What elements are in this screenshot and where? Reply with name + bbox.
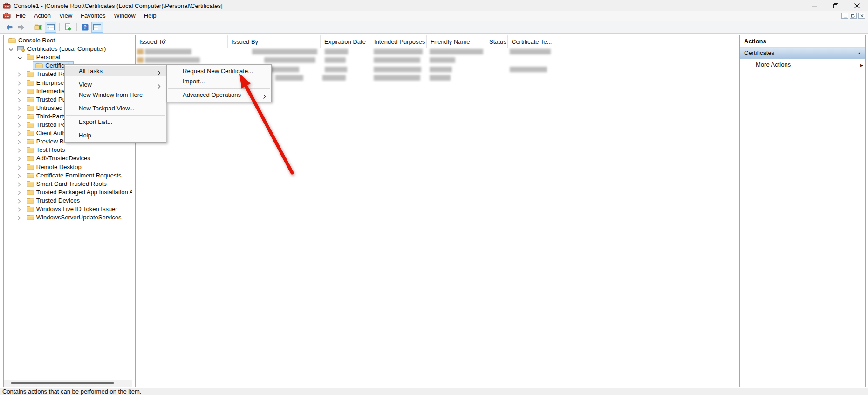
menu-separator (168, 88, 270, 89)
tree-item-smart-card-trusted-roots[interactable]: Smart Card Trusted Roots (4, 180, 132, 188)
mmc-child-icon (3, 11, 11, 21)
column-header-issued-by[interactable]: Issued By (228, 35, 321, 48)
menubar-item-help[interactable]: Help (140, 11, 161, 21)
tree-item-label: Personal (36, 53, 60, 61)
redacted-cell-text (325, 67, 347, 72)
tree-item-label: AdfsTrustedDevices (36, 154, 90, 163)
export-list-button[interactable] (62, 22, 74, 33)
tree-item-windowsserverupdateservices[interactable]: WindowsServerUpdateServices (4, 213, 132, 222)
context-menu: All TasksViewNew Window from HereNew Tas… (64, 64, 166, 143)
tree-item-label: Console Root (18, 36, 55, 45)
context-menu-item-new-taskpad-view[interactable]: New Taskpad View... (65, 103, 166, 114)
column-header-friendly-name[interactable]: Friendly Name (427, 35, 485, 48)
submenu-item-import[interactable]: Import... (167, 76, 271, 87)
menubar-item-action[interactable]: Action (30, 11, 55, 21)
tree-item-label: Certificate Enrollment Requests (36, 171, 122, 180)
tree-item-personal[interactable]: Personal (4, 53, 132, 61)
context-menu-item-export-list[interactable]: Export List... (65, 117, 166, 127)
show-console-tree-button[interactable] (45, 22, 56, 33)
more-actions-item[interactable]: More Actions ▶ (740, 59, 865, 70)
tree-item-adfstrusteddevices[interactable]: AdfsTrustedDevices (4, 154, 132, 163)
menubar-item-file[interactable]: File (12, 11, 30, 21)
redacted-cell-text (374, 57, 420, 63)
child-restore-button[interactable] (850, 13, 857, 19)
actions-group-certificates[interactable]: Certificates ▲ (740, 48, 865, 59)
actions-pane: Actions Certificates ▲ More Actions ▶ (739, 35, 866, 387)
context-menu-item-new-window-from-here[interactable]: New Window from Here (65, 90, 166, 100)
title-bar: Console1 - [Console Root\Certificates (L… (0, 0, 868, 11)
redacted-cell-text (430, 49, 483, 54)
submenu-item-advanced-operations[interactable]: Advanced Operations (167, 90, 271, 100)
child-minimize-button[interactable] (841, 13, 848, 19)
column-header-intended-purposes[interactable]: Intended Purposes (370, 35, 427, 48)
list-header: Issued ToIssued ByExpiration DateIntende… (136, 35, 736, 48)
column-label: Issued By (232, 38, 258, 45)
child-close-button[interactable] (858, 13, 865, 19)
menu-item-label: All Tasks (79, 68, 103, 75)
help-button[interactable]: ? (79, 22, 91, 33)
certificate-row[interactable] (136, 57, 736, 65)
menu-item-label: View (79, 81, 92, 88)
redacted-cell-text (374, 67, 421, 72)
svg-text:?: ? (83, 24, 86, 30)
tree-item-trusted-packaged-app-installation-authorities[interactable]: Trusted Packaged App Installation Author… (4, 188, 132, 197)
context-menu-item-view[interactable]: View (65, 80, 166, 90)
mmc-window: Console1 - [Console Root\Certificates (L… (0, 0, 868, 395)
menu-item-label: Export List... (79, 118, 112, 125)
tree-item-console-root[interactable]: Console Root (4, 36, 132, 45)
back-button[interactable] (3, 22, 15, 33)
menubar-item-window[interactable]: Window (110, 11, 140, 21)
tree-item-label: Windows Live ID Token Issuer (36, 205, 117, 213)
actions-group-label: Certificates (744, 49, 774, 56)
tree-item-label: Smart Card Trusted Roots (36, 180, 107, 188)
tree-item-label: Trusted Packaged App Installation Author… (36, 188, 132, 197)
toolbar-separator (59, 23, 60, 31)
redacted-cell-text (430, 67, 452, 72)
tree-item-test-roots[interactable]: Test Roots (4, 146, 132, 154)
forward-button[interactable] (15, 22, 27, 33)
up-one-level-button[interactable] (33, 22, 44, 33)
redacted-cell-text (374, 75, 420, 81)
column-label: Status (489, 38, 506, 45)
column-header-status[interactable]: Status (485, 35, 508, 48)
tree-item-windows-live-id-token-issuer[interactable]: Windows Live ID Token Issuer (4, 205, 132, 213)
tree-item-trusted-devices[interactable]: Trusted Devices (4, 197, 132, 205)
minimize-button[interactable] (803, 0, 825, 11)
redacted-cell-text (374, 49, 423, 54)
menu-item-label: Import... (183, 78, 205, 85)
close-button[interactable] (846, 0, 868, 11)
status-bar: Contains actions that can be performed o… (0, 388, 868, 395)
redacted-cell-text (510, 67, 547, 72)
toolbar-separator (76, 23, 77, 31)
collapse-group-icon[interactable]: ▲ (857, 48, 861, 59)
restore-button[interactable] (825, 0, 846, 11)
column-header-certificate-te[interactable]: Certificate Te... (508, 35, 554, 48)
context-menu-item-all-tasks[interactable]: All Tasks (65, 66, 166, 76)
show-action-pane-button[interactable] (91, 22, 103, 33)
menu-bar: FileActionViewFavoritesWindowHelp (0, 11, 868, 21)
chevron-right-icon[interactable] (17, 215, 21, 223)
column-label: Certificate Te... (512, 38, 552, 45)
toolbar: ? (0, 21, 868, 34)
tree-item-certificate-enrollment-requests[interactable]: Certificate Enrollment Requests (4, 171, 132, 180)
menu-item-label: New Window from Here (79, 91, 143, 98)
tree-item-certificates-local-computer[interactable]: Certificates (Local Computer) (4, 45, 132, 53)
status-text: Contains actions that can be performed o… (2, 388, 141, 395)
tree-item-label: WindowsServerUpdateServices (36, 213, 122, 222)
menubar-item-view[interactable]: View (55, 11, 76, 21)
menubar-item-favorites[interactable]: Favorites (76, 11, 109, 21)
column-header-issued-to[interactable]: Issued To (136, 35, 228, 48)
menu-item-label: Advanced Operations (183, 91, 241, 98)
menu-item-label: Request New Certificate... (183, 68, 253, 75)
tree-item-label: Remote Desktop (36, 163, 82, 171)
context-menu-item-help[interactable]: Help (65, 130, 166, 141)
column-header-expiration-date[interactable]: Expiration Date (321, 35, 370, 48)
submenu-item-request-new-certificate[interactable]: Request New Certificate... (167, 66, 271, 76)
menu-item-label: Help (79, 132, 91, 139)
tree-item-remote-desktop[interactable]: Remote Desktop (4, 163, 132, 171)
scrollbar-thumb[interactable] (11, 382, 114, 384)
menu-separator (66, 115, 165, 116)
tree-horizontal-scrollbar[interactable] (4, 380, 132, 387)
certificate-row[interactable] (136, 49, 736, 56)
menu-separator (66, 129, 165, 129)
